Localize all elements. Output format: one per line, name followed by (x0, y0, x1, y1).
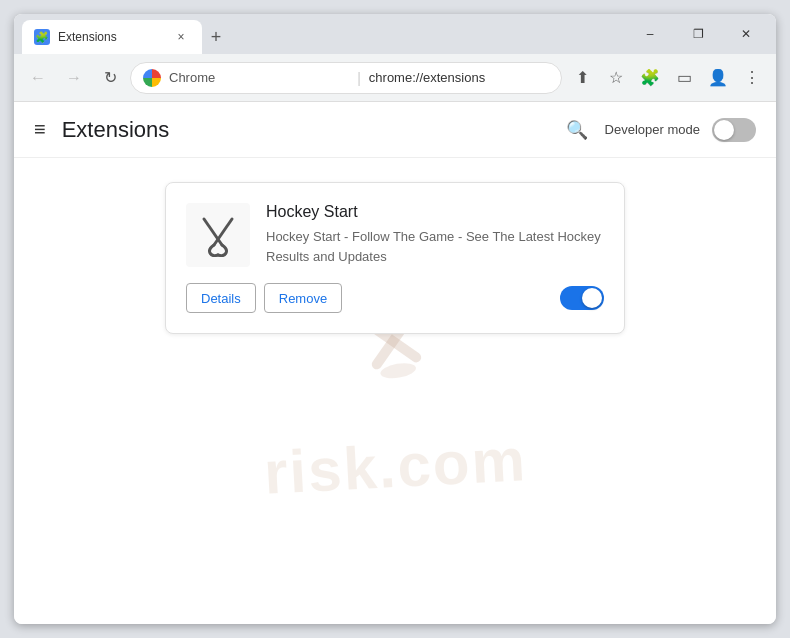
chrome-icon (143, 69, 161, 87)
maximize-button[interactable]: ❐ (676, 19, 720, 49)
close-button[interactable]: ✕ (724, 19, 768, 49)
new-tab-button[interactable]: + (202, 23, 230, 51)
extension-name: Hockey Start (266, 203, 604, 221)
extension-card: Hockey Start Hockey Start - Follow The G… (165, 182, 625, 334)
svg-line-3 (204, 219, 222, 245)
bookmark-button[interactable]: ☆ (600, 62, 632, 94)
card-footer: Details Remove (186, 283, 604, 313)
developer-mode-toggle[interactable] (712, 118, 756, 142)
address-site: Chrome (169, 70, 349, 85)
extension-toggle-knob (582, 288, 602, 308)
extension-toggle[interactable] (560, 286, 604, 310)
sidebar-button[interactable]: ▭ (668, 62, 700, 94)
reload-button[interactable]: ↻ (94, 62, 126, 94)
menu-button[interactable]: ⋮ (736, 62, 768, 94)
svg-point-2 (379, 361, 417, 381)
window-controls: – ❐ ✕ (628, 14, 768, 54)
tab-favicon: 🧩 (34, 29, 50, 45)
address-url: chrome://extensions (369, 70, 549, 85)
tab-title: Extensions (58, 30, 164, 44)
extension-icon (186, 203, 250, 267)
title-bar: 🧩 Extensions × + – ❐ ✕ (14, 14, 776, 54)
developer-mode-label: Developer mode (605, 122, 700, 137)
browser-window: 🧩 Extensions × + – ❐ ✕ ← → ↻ Chrome | ch… (14, 14, 776, 624)
page-title: Extensions (62, 117, 561, 143)
header-actions: 🔍 Developer mode (561, 114, 756, 146)
profile-button[interactable]: 👤 (702, 62, 734, 94)
extensions-header: ≡ Extensions 🔍 Developer mode (14, 102, 776, 158)
toolbar: ← → ↻ Chrome | chrome://extensions ⬆ ☆ 🧩… (14, 54, 776, 102)
forward-button[interactable]: → (58, 62, 90, 94)
active-tab[interactable]: 🧩 Extensions × (22, 20, 202, 54)
extension-description: Hockey Start - Follow The Game - See The… (266, 227, 604, 266)
search-button[interactable]: 🔍 (561, 114, 593, 146)
address-bar[interactable]: Chrome | chrome://extensions (130, 62, 562, 94)
svg-line-4 (214, 219, 232, 245)
details-button[interactable]: Details (186, 283, 256, 313)
hamburger-menu[interactable]: ≡ (34, 118, 46, 141)
hockey-sticks-svg (196, 213, 240, 257)
toolbar-icons: ⬆ ☆ 🧩 ▭ 👤 ⋮ (566, 62, 768, 94)
extensions-body: risk.com Hockey Start (14, 158, 776, 624)
remove-button[interactable]: Remove (264, 283, 342, 313)
card-header: Hockey Start Hockey Start - Follow The G… (186, 203, 604, 267)
watermark-text: risk.com (262, 425, 528, 508)
page-content: ≡ Extensions 🔍 Developer mode (14, 102, 776, 624)
back-button[interactable]: ← (22, 62, 54, 94)
toggle-knob (714, 120, 734, 140)
share-button[interactable]: ⬆ (566, 62, 598, 94)
extension-info: Hockey Start Hockey Start - Follow The G… (266, 203, 604, 267)
minimize-button[interactable]: – (628, 19, 672, 49)
tab-close-button[interactable]: × (172, 28, 190, 46)
extensions-button[interactable]: 🧩 (634, 62, 666, 94)
